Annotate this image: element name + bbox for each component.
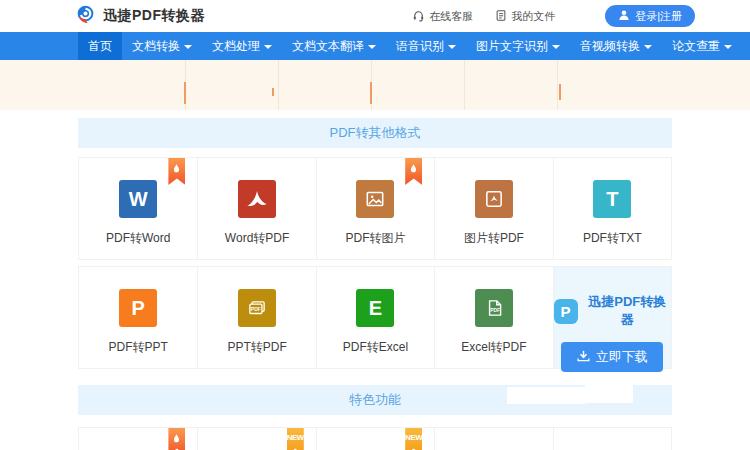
main-nav: 首页 文档转换 文档处理 文档文本翻译 语音识别 图片文字识别 音视频转换 论文…: [0, 32, 750, 60]
card-label: PPT转PDF: [198, 339, 315, 356]
section-header-features: 特色功能: [78, 385, 672, 415]
nav-speech-recognition[interactable]: 语音识别: [386, 32, 466, 60]
word-square-icon: W: [119, 180, 157, 218]
brand-logo-icon: [75, 4, 96, 29]
card-label: Word转PDF: [198, 230, 315, 247]
file-list-icon: [495, 9, 507, 24]
flame-icon: [172, 433, 181, 444]
banner-divider: [278, 60, 279, 110]
flame-icon: [172, 163, 181, 174]
feature-card-1[interactable]: [79, 428, 197, 450]
nav-ocr[interactable]: 图片文字识别: [466, 32, 570, 60]
ppt-square-icon: P: [119, 289, 157, 327]
nav-home[interactable]: 首页: [78, 32, 122, 60]
nav-doc-process[interactable]: 文档处理: [202, 32, 282, 60]
excel-square-icon: E: [356, 289, 394, 327]
section-title: PDF转其他格式: [330, 125, 421, 140]
banner-mark: [184, 82, 186, 104]
flame-icon: [409, 163, 418, 174]
new-ribbon: NEW: [287, 428, 304, 450]
download-brand-name: 迅捷PDF转换器: [584, 293, 671, 329]
card-label: 图片转PDF: [435, 230, 552, 247]
card-label: PDF转图片: [317, 230, 434, 247]
card-label: PDF转TXT: [554, 230, 671, 247]
card-pdf-to-excel[interactable]: E PDF转Excel: [316, 267, 434, 368]
card-ppt-to-pdf[interactable]: PDF PPT转PDF: [197, 267, 315, 368]
download-icon: [577, 350, 590, 365]
card-image-to-pdf[interactable]: 图片转PDF: [434, 158, 552, 259]
nav-home-label: 首页: [88, 38, 112, 55]
hot-ribbon: [405, 158, 422, 185]
card-pdf-to-txt[interactable]: T PDF转TXT: [553, 158, 671, 259]
nav-paper-check[interactable]: 论文查重: [662, 32, 742, 60]
chevron-down-icon: [552, 45, 560, 49]
hot-ribbon: [168, 158, 185, 185]
banner-mark: [559, 84, 561, 100]
new-ribbon: NEW: [405, 428, 422, 450]
download-button-label: 立即下载: [596, 348, 648, 366]
chevron-down-icon: [368, 45, 376, 49]
headset-icon: [412, 9, 425, 24]
online-service-label: 在线客服: [429, 9, 473, 24]
formats-row-1: W PDF转Word Word转PDF PDF转图片: [78, 157, 672, 260]
online-service-link[interactable]: 在线客服: [412, 9, 473, 24]
image-icon: [356, 180, 394, 218]
my-files-link[interactable]: 我的文件: [495, 9, 555, 24]
banner-divider: [557, 60, 558, 110]
svg-text:PDF: PDF: [251, 306, 261, 312]
card-label: PDF转PPT: [79, 339, 197, 356]
nav-av-convert[interactable]: 音视频转换: [570, 32, 662, 60]
feature-card-5[interactable]: [553, 428, 671, 450]
chevron-down-icon: [184, 45, 192, 49]
banner-mark: [370, 82, 372, 104]
download-now-button[interactable]: 立即下载: [561, 342, 663, 372]
cropped-banner: [0, 60, 750, 110]
features-row: NEW NEW: [78, 427, 672, 450]
feature-card-3[interactable]: NEW: [316, 428, 434, 450]
hot-ribbon: [168, 428, 185, 450]
download-promo-card: P 迅捷PDF转换器 立即下载: [553, 267, 671, 368]
card-pdf-to-image[interactable]: PDF转图片: [316, 158, 434, 259]
card-label: Excel转PDF: [435, 339, 552, 356]
section-title: 特色功能: [349, 392, 401, 407]
formats-row-2: P PDF转PPT PDF PPT转PDF E PDF转Excel: [78, 266, 672, 369]
sheet-pdf-icon: PDF: [475, 289, 513, 327]
my-files-label: 我的文件: [511, 9, 555, 24]
nav-doc-translate[interactable]: 文档文本翻译: [282, 32, 386, 60]
card-pdf-to-ppt[interactable]: P PDF转PPT: [79, 267, 197, 368]
card-excel-to-pdf[interactable]: PDF Excel转PDF: [434, 267, 552, 368]
file-pdf-icon: [475, 180, 513, 218]
brand-logo[interactable]: 迅捷PDF转换器: [75, 4, 205, 29]
acrobat-icon: [238, 180, 276, 218]
brand-name: 迅捷PDF转换器: [103, 7, 205, 25]
card-label: PDF转Word: [79, 230, 197, 247]
user-icon: [618, 9, 630, 23]
feature-card-4[interactable]: [434, 428, 552, 450]
white-overlay: [585, 383, 633, 403]
feature-card-2[interactable]: NEW: [197, 428, 315, 450]
svg-text:PDF: PDF: [490, 308, 500, 313]
section-header-formats: PDF转其他格式: [78, 118, 672, 148]
nav-doc-convert[interactable]: 文档转换: [122, 32, 202, 60]
banner-mark: [272, 88, 274, 96]
chevron-down-icon: [448, 45, 456, 49]
login-register-button[interactable]: 登录|注册: [605, 5, 695, 27]
top-header: 迅捷PDF转换器 在线客服 我: [0, 0, 750, 32]
white-overlay: [507, 387, 585, 404]
chevron-down-icon: [724, 45, 732, 49]
nav-features[interactable]: 特色功能 新: [742, 32, 750, 60]
app-logo-icon: P: [554, 299, 578, 324]
txt-square-icon: T: [593, 180, 631, 218]
card-pdf-to-word[interactable]: W PDF转Word: [79, 158, 197, 259]
card-word-to-pdf[interactable]: Word转PDF: [197, 158, 315, 259]
slide-pdf-icon: PDF: [238, 289, 276, 327]
chevron-down-icon: [644, 45, 652, 49]
login-register-label: 登录|注册: [635, 9, 682, 24]
banner-divider: [464, 60, 465, 110]
card-label: PDF转Excel: [317, 339, 434, 356]
chevron-down-icon: [264, 45, 272, 49]
